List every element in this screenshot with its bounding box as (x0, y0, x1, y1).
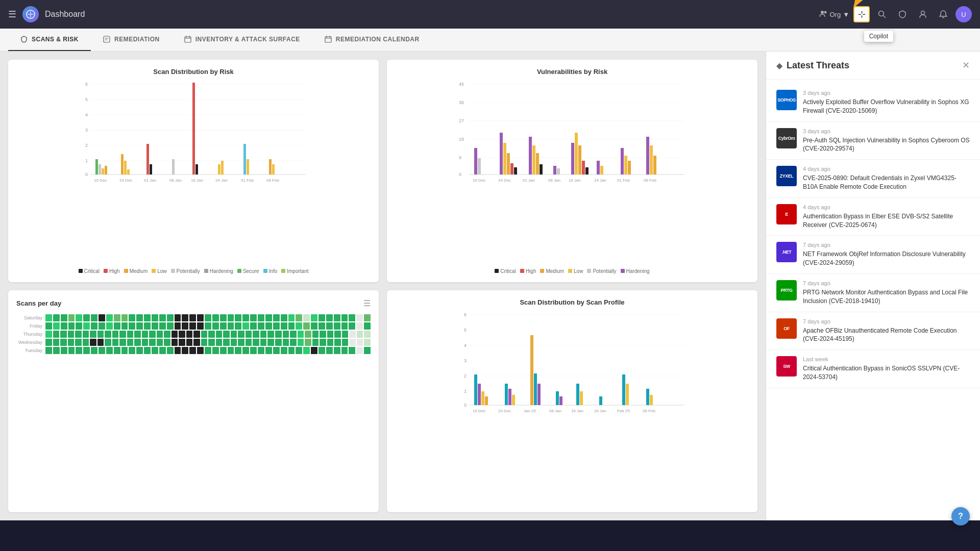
heatmap-cell (106, 314, 113, 321)
heatmap-cell (311, 314, 317, 321)
heatmap-cell (258, 322, 264, 330)
svg-rect-87 (585, 167, 589, 174)
heatmap-cell (341, 314, 348, 321)
threats-header-left: ◆ Latest Threats (776, 60, 849, 71)
heatmap-cell (119, 331, 126, 338)
threats-close-button[interactable]: ✕ (962, 60, 970, 71)
svg-text:24 Jan: 24 Jan (215, 178, 228, 183)
threats-header: ◆ Latest Threats ✕ (766, 52, 980, 80)
user-profile-button[interactable] (915, 6, 931, 22)
threat-description: Pre-Auth SQL Injection Vulnerability in … (803, 136, 970, 154)
threat-content: 7 days ago PRTG Network Monitor Authenti… (803, 280, 970, 306)
threat-logo: SOPHOS (776, 90, 797, 110)
heatmap-cell (334, 339, 341, 346)
heatmap-cell (121, 322, 128, 330)
svg-text:5: 5 (85, 97, 88, 102)
vuln-risk-title: Vulnerabilities by Risk (395, 68, 749, 76)
copilot-tooltip: Copilot (864, 31, 893, 42)
tab-scans-risk[interactable]: SCANS & RISK (8, 29, 91, 51)
threat-content: 3 days ago Actively Exploited Buffer Ove… (803, 90, 970, 115)
heatmap-cell (341, 347, 348, 354)
svg-text:16 Dec: 16 Dec (473, 178, 485, 183)
svg-point-2 (824, 11, 827, 14)
heatmap-cell (189, 314, 196, 321)
svg-rect-93 (646, 137, 649, 174)
app-title: Dashboard (45, 10, 85, 19)
tab-remediation[interactable]: REMEDIATION (91, 29, 172, 51)
security-button[interactable] (894, 6, 911, 22)
tab-remediation-calendar[interactable]: REMEDIATION CALENDAR (312, 29, 432, 51)
notifications-button[interactable] (935, 6, 951, 22)
svg-rect-117 (481, 391, 484, 405)
threat-item: SW Last week Critical Authentication Byp… (766, 350, 980, 388)
svg-rect-84 (575, 133, 578, 174)
heatmap-cell (197, 322, 204, 330)
legend-low: Low (152, 268, 166, 274)
user-avatar[interactable]: U (955, 6, 972, 22)
heatmap-cell (61, 347, 67, 354)
svg-rect-129 (599, 396, 602, 405)
svg-text:0: 0 (85, 172, 88, 177)
threat-description: CVE-2025-0890: Default Credentials in Zy… (803, 174, 970, 191)
heatmap-label-thursday: Thursday (16, 332, 44, 337)
threat-content: 7 days ago Apache OFBiz Unauthenticated … (803, 318, 970, 344)
org-selector[interactable]: Org ▼ (819, 10, 849, 18)
threat-time: 3 days ago (803, 90, 970, 96)
legend-info: Info (263, 268, 278, 274)
svg-rect-43 (195, 164, 198, 174)
svg-rect-46 (243, 144, 246, 174)
scan-dist-chart: 6 5 4 3 2 1 0 (16, 82, 371, 184)
svg-rect-89 (600, 166, 603, 174)
heatmap-cell (193, 339, 200, 346)
heatmap-cell (273, 322, 280, 330)
heatmap-cell (136, 347, 143, 354)
svg-point-6 (921, 11, 925, 15)
heatmap-cell (342, 339, 349, 346)
heatmap-cell (68, 322, 75, 330)
heatmap-cell (142, 331, 149, 338)
heatmap-cell (152, 322, 158, 330)
svg-text:1: 1 (464, 389, 467, 394)
vuln-risk-chart-area: 45 36 27 18 9 0 (395, 82, 749, 264)
remediation-tab-icon (103, 36, 110, 43)
heatmap-cell (326, 322, 333, 330)
heatmap-cell (250, 347, 257, 354)
heatmap-cell (364, 339, 371, 346)
heatmap-cell (364, 347, 371, 354)
heatmap-cell (208, 331, 215, 338)
heatmap-cell (283, 331, 289, 338)
svg-text:16 Jan: 16 Jan (569, 178, 581, 183)
svg-rect-79 (536, 153, 539, 174)
heatmap-cell (175, 322, 181, 330)
menu-icon[interactable]: ☰ (8, 9, 16, 20)
copilot-button[interactable]: ⊹ (853, 6, 870, 22)
scans-per-day-menu[interactable]: ☰ (363, 298, 371, 308)
heatmap-cell (238, 331, 244, 338)
heatmap-cell (288, 347, 295, 354)
svg-text:24 Dec: 24 Dec (498, 178, 511, 183)
heatmap-cell (45, 322, 52, 330)
heatmap-cell (364, 314, 371, 321)
heatmap-cell (303, 347, 310, 354)
threat-item: .NET 7 days ago NET Framework ObjRef Inf… (766, 236, 980, 274)
heatmap-cell (265, 322, 272, 330)
heatmap-cell (68, 331, 75, 338)
heatmap-cell (327, 339, 334, 346)
tab-inventory[interactable]: INVENTORY & ATTACK SURFACE (172, 29, 312, 51)
heatmap-cell (144, 314, 151, 321)
heatmap-cell (216, 331, 223, 338)
scans-per-day-title: Scans per day (16, 299, 61, 307)
heatmap-cell (182, 347, 188, 354)
svg-rect-74 (507, 153, 510, 174)
svg-text:2: 2 (85, 143, 88, 148)
threats-list: SOPHOS 3 days ago Actively Exploited Buf… (766, 80, 980, 520)
heatmap-cell (220, 314, 227, 321)
heatmap-cell (341, 322, 348, 330)
threat-time: 7 days ago (803, 318, 970, 324)
heatmap-cell (45, 339, 52, 346)
heatmap-cell (45, 331, 52, 338)
heatmap-cell (231, 331, 237, 338)
heatmap-cell (53, 314, 60, 321)
heatmap-cell (260, 331, 267, 338)
search-button[interactable] (874, 6, 890, 22)
